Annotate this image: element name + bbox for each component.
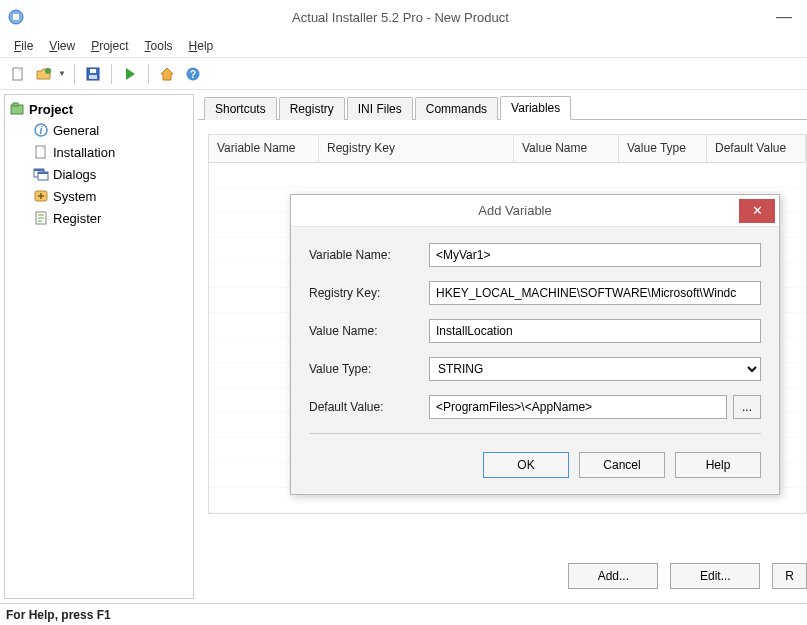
- help-button[interactable]: ?: [183, 64, 203, 84]
- svg-point-3: [45, 68, 51, 74]
- col-value-name[interactable]: Value Name: [514, 135, 619, 162]
- tab-strip: Shortcuts Registry INI Files Commands Va…: [198, 94, 807, 120]
- label-default-value: Default Value:: [309, 400, 429, 414]
- tab-registry[interactable]: Registry: [279, 97, 345, 120]
- register-icon: [33, 210, 49, 226]
- col-registry-key[interactable]: Registry Key: [319, 135, 514, 162]
- new-button[interactable]: [8, 64, 28, 84]
- select-value-type[interactable]: STRING: [429, 357, 761, 381]
- tree-item-dialogs[interactable]: Dialogs: [31, 163, 191, 185]
- minimize-button[interactable]: —: [769, 8, 799, 26]
- dialog-button-row: OK Cancel Help: [291, 452, 779, 494]
- menu-view[interactable]: View: [43, 37, 81, 55]
- add-button[interactable]: Add...: [568, 563, 658, 589]
- app-icon: [8, 9, 24, 25]
- dialogs-icon: [33, 166, 49, 182]
- col-default-value[interactable]: Default Value: [707, 135, 806, 162]
- home-button[interactable]: [157, 64, 177, 84]
- grid-header: Variable Name Registry Key Value Name Va…: [209, 135, 806, 163]
- statusbar: For Help, press F1: [0, 603, 807, 625]
- label-variable-name: Variable Name:: [309, 248, 429, 262]
- run-button[interactable]: [120, 64, 140, 84]
- save-button[interactable]: [83, 64, 103, 84]
- tree-root-project[interactable]: Project: [7, 99, 191, 119]
- svg-text:?: ?: [190, 69, 196, 80]
- menubar: File View Project Tools Help: [0, 34, 807, 58]
- project-tree: Project i General Installation Dialogs S: [4, 94, 194, 599]
- label-value-type: Value Type:: [309, 362, 429, 376]
- svg-rect-5: [90, 69, 96, 73]
- tree-item-system[interactable]: System: [31, 185, 191, 207]
- dialog-separator: [309, 433, 761, 434]
- svg-rect-6: [89, 75, 97, 79]
- dialog-titlebar[interactable]: Add Variable ✕: [291, 195, 779, 227]
- toolbar: ▼ ?: [0, 58, 807, 90]
- tree-item-general[interactable]: i General: [31, 119, 191, 141]
- toolbar-separator: [148, 64, 149, 84]
- open-button[interactable]: [34, 64, 54, 84]
- info-icon: i: [33, 122, 49, 138]
- tab-commands[interactable]: Commands: [415, 97, 498, 120]
- window-title: Actual Installer 5.2 Pro - New Product: [32, 10, 769, 25]
- tree-item-installation[interactable]: Installation: [31, 141, 191, 163]
- system-icon: [33, 188, 49, 204]
- cancel-button[interactable]: Cancel: [579, 452, 665, 478]
- label-registry-key: Registry Key:: [309, 286, 429, 300]
- svg-rect-1: [13, 14, 19, 20]
- menu-project[interactable]: Project: [85, 37, 134, 55]
- toolbar-separator: [74, 64, 75, 84]
- tab-ini-files[interactable]: INI Files: [347, 97, 413, 120]
- window-titlebar: Actual Installer 5.2 Pro - New Product —: [0, 0, 807, 34]
- add-variable-dialog: Add Variable ✕ Variable Name: Registry K…: [290, 194, 780, 495]
- menu-help[interactable]: Help: [183, 37, 220, 55]
- dialog-title: Add Variable: [291, 203, 739, 218]
- remove-button[interactable]: R: [772, 563, 807, 589]
- tree-item-register[interactable]: Register: [31, 207, 191, 229]
- input-variable-name[interactable]: [429, 243, 761, 267]
- col-value-type[interactable]: Value Type: [619, 135, 707, 162]
- tree-root-label: Project: [29, 102, 73, 117]
- input-registry-key[interactable]: [429, 281, 761, 305]
- grid-button-row: Add... Edit... R: [568, 563, 807, 589]
- ok-button[interactable]: OK: [483, 452, 569, 478]
- svg-rect-10: [13, 103, 18, 106]
- open-dropdown-icon[interactable]: ▼: [58, 69, 66, 78]
- input-value-name[interactable]: [429, 319, 761, 343]
- dialog-help-button[interactable]: Help: [675, 452, 761, 478]
- svg-rect-17: [38, 172, 48, 174]
- input-default-value[interactable]: [429, 395, 727, 419]
- menu-file[interactable]: File: [8, 37, 39, 55]
- close-icon[interactable]: ✕: [739, 199, 775, 223]
- edit-button[interactable]: Edit...: [670, 563, 760, 589]
- menu-tools[interactable]: Tools: [139, 37, 179, 55]
- svg-rect-15: [34, 169, 44, 171]
- col-variable-name[interactable]: Variable Name: [209, 135, 319, 162]
- status-text: For Help, press F1: [6, 608, 111, 622]
- tab-variables[interactable]: Variables: [500, 96, 571, 120]
- browse-button[interactable]: ...: [733, 395, 761, 419]
- tab-shortcuts[interactable]: Shortcuts: [204, 97, 277, 120]
- project-icon: [9, 101, 25, 117]
- toolbar-separator: [111, 64, 112, 84]
- label-value-name: Value Name:: [309, 324, 429, 338]
- svg-text:i: i: [40, 125, 43, 136]
- document-icon: [33, 144, 49, 160]
